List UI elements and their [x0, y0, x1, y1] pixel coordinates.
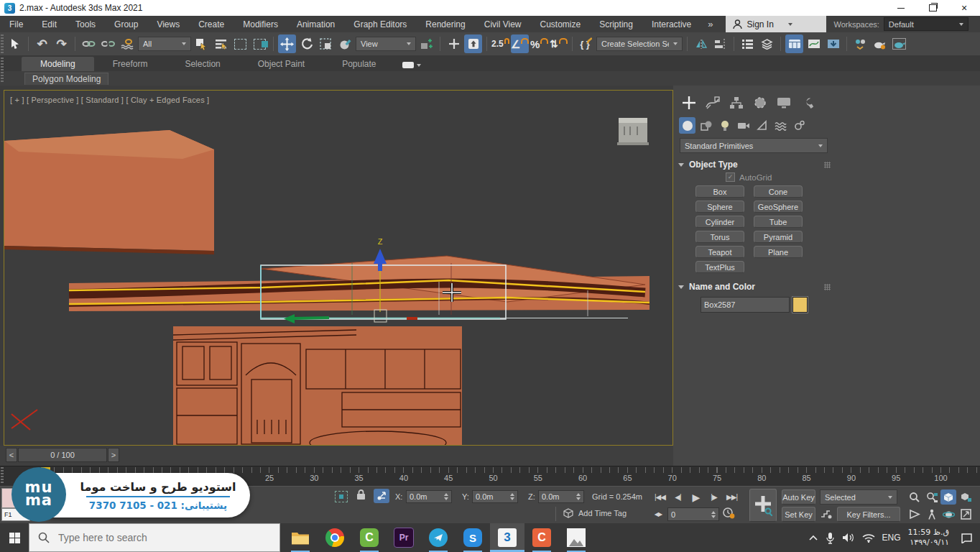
tab-motion[interactable] — [750, 94, 769, 111]
y-spinner[interactable] — [507, 493, 514, 500]
isolate-selection-toggle[interactable] — [335, 491, 348, 502]
tab-modify[interactable] — [703, 94, 722, 111]
microphone-icon[interactable] — [826, 532, 835, 544]
tab-create[interactable] — [679, 94, 698, 111]
scene-small-gray-object[interactable] — [617, 118, 649, 145]
tray-chevron-up-icon[interactable] — [808, 535, 818, 541]
primitive-button-cone[interactable]: Cone — [754, 185, 803, 198]
menu-tools[interactable]: Tools — [66, 16, 105, 32]
close-button[interactable]: × — [948, 0, 980, 16]
select-and-scale-button[interactable] — [317, 34, 335, 53]
use-pivot-point-center-button[interactable] — [417, 34, 435, 53]
zoom-all-button[interactable] — [924, 489, 940, 505]
maximize-viewport-toggle[interactable] — [958, 507, 974, 522]
field-of-view-button[interactable] — [907, 507, 923, 522]
subtab-cameras[interactable] — [735, 117, 752, 134]
select-by-name-button[interactable] — [212, 34, 230, 53]
current-frame-field[interactable]: 0 — [667, 507, 719, 521]
align-button[interactable] — [711, 34, 729, 53]
subtab-systems[interactable] — [791, 117, 808, 134]
zoom-extents-button[interactable] — [940, 489, 956, 505]
menu-edit[interactable]: Edit — [32, 16, 66, 32]
orbit-button[interactable] — [940, 507, 956, 522]
viewport-label[interactable]: [ + ] [ Perspective ] [ Standard ] [ Cla… — [10, 96, 209, 104]
render-button[interactable] — [890, 34, 908, 53]
name-color-rollout-header[interactable]: Name and Color — [678, 280, 831, 293]
reference-coordinate-dropdown[interactable]: View — [356, 37, 416, 51]
primitive-button-cylinder[interactable]: Cylinder — [695, 216, 744, 228]
mirror-button[interactable] — [692, 34, 710, 53]
set-key-button[interactable]: Set Key — [782, 507, 815, 522]
window-crossing-toggle[interactable] — [251, 34, 269, 53]
maximize-button[interactable] — [917, 0, 948, 16]
auto-key-button[interactable]: Auto Key — [782, 489, 815, 505]
object-name-field[interactable]: Box2587 — [701, 297, 790, 313]
undo-button[interactable]: ↶ — [33, 34, 51, 53]
app-camtasia-recorder[interactable]: C — [524, 523, 559, 552]
app-camtasia[interactable]: C — [352, 523, 387, 552]
minimize-button[interactable] — [885, 0, 917, 16]
zoom-extents-all-button[interactable] — [958, 489, 974, 505]
primitive-button-geosphere[interactable]: GeoSphere — [754, 201, 803, 213]
object-color-swatch[interactable] — [792, 297, 808, 313]
app-3ds-max[interactable]: 3 — [490, 523, 524, 552]
rectangular-selection-region-button[interactable] — [231, 34, 249, 53]
ribbon-tab-freeform[interactable]: Freeform — [94, 57, 167, 71]
set-keys-button[interactable] — [749, 489, 777, 522]
menu-views[interactable]: Views — [147, 16, 189, 32]
selection-filter-dropdown[interactable]: All — [138, 37, 191, 51]
primitive-button-sphere[interactable]: Sphere — [695, 201, 744, 213]
gizmo-z-arrow[interactable] — [374, 249, 387, 264]
autogrid-checkbox[interactable]: ✓ — [726, 172, 735, 182]
gizmo-x-arrow[interactable] — [293, 318, 329, 318]
select-object-button[interactable] — [193, 34, 211, 53]
play-button[interactable]: ▶ — [688, 489, 704, 505]
taskbar-search[interactable] — [29, 523, 280, 552]
timeline-dock-handle[interactable] — [1, 467, 4, 484]
app-premiere[interactable]: Pr — [387, 523, 421, 552]
action-center-icon[interactable] — [961, 533, 973, 543]
ribbon-tab-object-paint[interactable]: Object Paint — [239, 57, 323, 71]
primitive-button-box[interactable]: Box — [695, 185, 744, 198]
search-input[interactable] — [57, 531, 254, 544]
primitive-button-teapot[interactable]: Teapot — [695, 246, 744, 258]
select-and-place-button[interactable] — [336, 34, 354, 53]
add-time-tag-button[interactable]: Add Time Tag — [563, 508, 627, 518]
snaps-toggle[interactable]: 2.5 — [491, 34, 509, 53]
tab-hierarchy[interactable] — [726, 94, 746, 111]
frame-spinner[interactable] — [708, 511, 716, 518]
menu-civil-view[interactable]: Civil View — [475, 16, 531, 32]
percent-snap-toggle[interactable]: % — [530, 34, 548, 53]
menu-animation[interactable]: Animation — [287, 16, 344, 32]
workspace-dropdown[interactable]: Default — [884, 17, 969, 31]
ribbon-tab-populate[interactable]: Populate — [323, 57, 394, 71]
unlink-selection-button[interactable] — [99, 34, 117, 53]
menu-modifiers[interactable]: Modifiers — [234, 16, 287, 32]
absolute-mode-toggle[interactable] — [374, 489, 389, 503]
toggle-layer-explorer-button[interactable] — [758, 34, 776, 53]
primitive-button-tube[interactable]: Tube — [754, 216, 803, 228]
primitive-button-plane[interactable]: Plane — [754, 246, 803, 258]
select-and-manipulate-button[interactable] — [445, 34, 463, 53]
start-button[interactable] — [0, 523, 29, 552]
named-selection-set-dropdown[interactable]: Create Selection Se — [596, 37, 683, 51]
menu-group[interactable]: Group — [105, 16, 147, 32]
app-shareit[interactable]: S — [456, 523, 490, 552]
menu-create[interactable]: Create — [189, 16, 234, 32]
select-and-rotate-button[interactable] — [297, 34, 315, 53]
z-coordinate-field[interactable]: 0.0m — [538, 490, 584, 503]
ribbon-collapse-button[interactable] — [395, 62, 428, 71]
zoom-button[interactable] — [907, 489, 923, 505]
app-telegram[interactable] — [421, 523, 456, 552]
curve-editor-button[interactable] — [805, 34, 823, 53]
select-and-link-chain-button[interactable] — [80, 34, 98, 53]
perspective-viewport[interactable]: Z [ + ] [ Perspective ] [ Standard ] [ C… — [4, 90, 673, 446]
render-setup-button[interactable] — [871, 34, 889, 53]
wifi-icon[interactable] — [862, 533, 875, 543]
x-spinner[interactable] — [441, 493, 448, 500]
primitive-button-torus[interactable]: Torus — [695, 231, 744, 243]
keyboard-shortcut-override-toggle[interactable] — [464, 34, 482, 53]
keyable-icon-button[interactable] — [820, 508, 833, 523]
subtab-helpers[interactable] — [754, 117, 770, 134]
sign-in-button[interactable]: Sign In — [726, 16, 826, 32]
